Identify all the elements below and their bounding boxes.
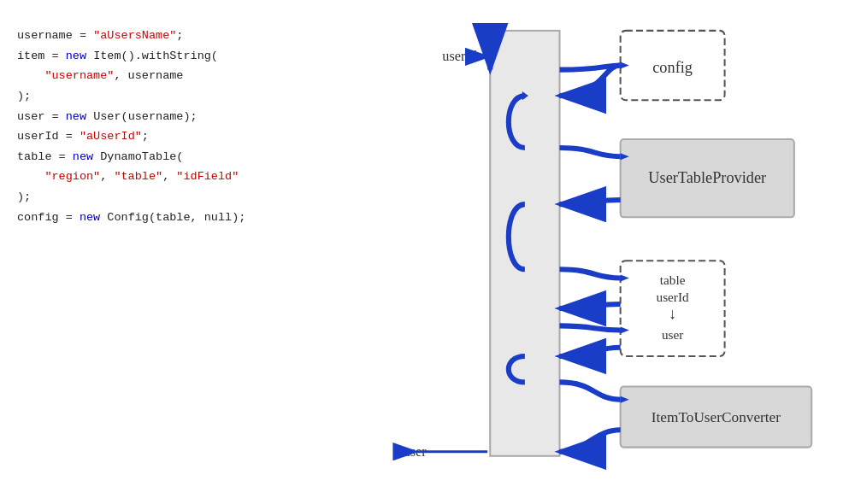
dashed-box-table: table	[660, 273, 686, 287]
code-token: =	[44, 110, 65, 123]
dashed-box-user: user	[662, 327, 683, 342]
user-table-provider-label: UserTableProvider	[648, 169, 766, 186]
code-token: =	[44, 50, 65, 62]
code-token: DynamoTable(	[93, 150, 183, 163]
code-token: ,	[100, 170, 114, 183]
code-token: user	[17, 110, 44, 123]
code-token: );	[17, 190, 31, 203]
code-token: =	[59, 130, 80, 143]
code-line: item = new Item().withString(	[17, 46, 299, 67]
code-line: );	[17, 86, 299, 107]
code-token: Item().withString(	[86, 50, 218, 62]
code-token: =	[59, 211, 80, 224]
code-token: ;	[142, 130, 149, 143]
svg-marker-11	[621, 274, 629, 281]
code-token: new	[66, 110, 86, 123]
code-token: Config(table, null);	[100, 211, 245, 224]
userid-input-label: userId	[442, 49, 477, 64]
code-panel: username = "aUsersName";item = new Item(…	[0, 0, 316, 504]
diagram-panel: config UserTableProvider table userId ↓ …	[316, 0, 855, 504]
code-line: user = new User(username);	[17, 107, 299, 127]
code-token: );	[17, 90, 31, 103]
code-token: new	[66, 50, 86, 62]
code-line: );	[17, 187, 299, 208]
dashed-box-userid: userId	[657, 290, 689, 304]
item-to-user-converter-label: ItemToUserConverter	[652, 409, 781, 425]
svg-marker-12	[621, 326, 629, 333]
code-line: config = new Config(table, null);	[17, 208, 299, 228]
code-token: , username	[114, 69, 183, 82]
code-token: new	[80, 211, 100, 224]
config-label: config	[652, 59, 693, 76]
code-line: "username", username	[17, 66, 299, 86]
code-token	[17, 170, 44, 183]
code-line: username = "aUsersName";	[17, 26, 299, 46]
code-token	[17, 69, 44, 82]
code-token: "aUserId"	[80, 130, 142, 143]
code-token: "table"	[114, 170, 162, 183]
code-token: ,	[162, 170, 176, 183]
code-token: "aUsersName"	[93, 29, 176, 42]
code-token: "username"	[44, 69, 114, 82]
code-line: table = new DynamoTable(	[17, 147, 299, 167]
code-token: item	[17, 50, 44, 62]
code-token: ;	[176, 29, 183, 42]
code-token: =	[73, 29, 93, 42]
code-token: "region"	[44, 170, 100, 183]
code-token: table	[17, 150, 52, 163]
code-token: "idField"	[176, 170, 239, 183]
dashed-box-arrow: ↓	[669, 305, 676, 322]
code-line: "region", "table", "idField"	[17, 167, 299, 187]
code-token: userId	[17, 130, 59, 143]
svg-marker-9	[621, 62, 629, 68]
code-line: userId = "aUserId";	[17, 126, 299, 147]
code-token: =	[52, 150, 73, 163]
code-token: config	[17, 211, 59, 224]
code-token: new	[73, 150, 93, 163]
code-token: username	[17, 29, 73, 42]
code-token: User(username);	[86, 110, 198, 123]
